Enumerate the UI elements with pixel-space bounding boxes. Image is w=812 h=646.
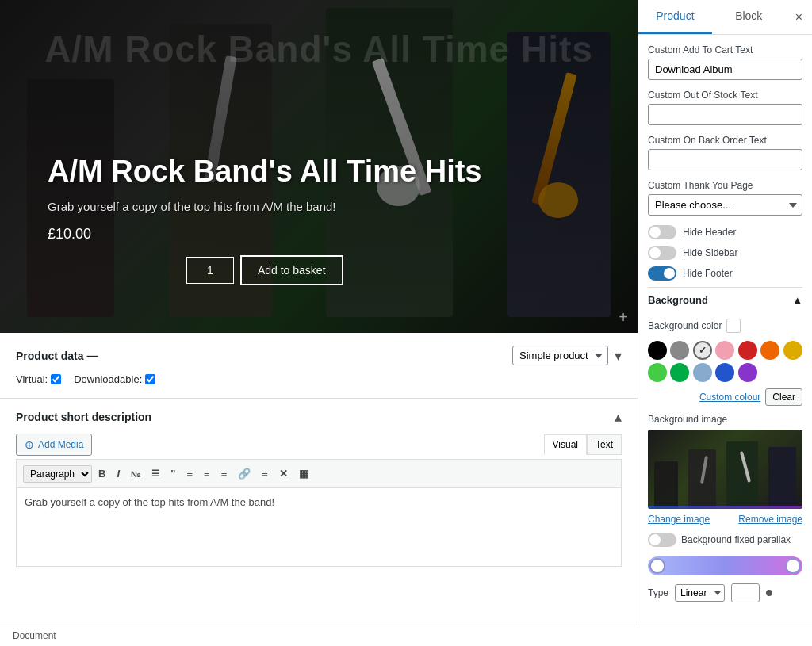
- background-collapse-icon: ▲: [792, 294, 802, 306]
- out-of-stock-label: Custom Out Of Stock Text: [648, 90, 802, 101]
- add-to-cart-field-group: Custom Add To Cart Text: [648, 44, 802, 80]
- color-swatch-red[interactable]: [738, 341, 757, 360]
- downloadable-checkbox[interactable]: [145, 374, 155, 384]
- background-title: Background: [648, 294, 708, 306]
- gradient-handle-right[interactable]: [785, 558, 801, 574]
- product-tab[interactable]: Product: [638, 0, 712, 34]
- thank-you-label: Custom Thank You Page: [648, 180, 802, 191]
- gradient-slider[interactable]: [648, 556, 802, 575]
- link-button[interactable]: 🔗: [233, 464, 255, 483]
- panel-close-button[interactable]: ×: [786, 2, 812, 32]
- product-data-toggle[interactable]: ▾: [615, 347, 622, 365]
- align-left-button[interactable]: ≡: [182, 464, 197, 483]
- short-description-title: Product short description: [16, 411, 151, 423]
- background-image-actions: Change image Remove image: [648, 514, 802, 525]
- italic-button[interactable]: I: [112, 464, 124, 483]
- ordered-list-button[interactable]: №: [126, 466, 145, 482]
- type-select[interactable]: Linear Radial: [675, 584, 725, 602]
- color-swatch-gray[interactable]: [670, 341, 689, 360]
- back-order-input[interactable]: [648, 149, 802, 170]
- virtual-checkbox-label[interactable]: Virtual:: [16, 373, 61, 385]
- hide-footer-row: Hide Footer: [648, 266, 802, 281]
- panel-header: Product Block ×: [638, 0, 812, 35]
- editor-toolbar: Paragraph B I № ☰ " ≡ ≡ ≡ 🔗 ≡ ✕ ▦: [16, 459, 622, 487]
- more-button[interactable]: ≡: [257, 464, 273, 483]
- background-color-swatch-current[interactable]: [726, 319, 741, 333]
- add-to-basket-button[interactable]: Add to basket: [240, 255, 343, 285]
- add-to-cart-input[interactable]: [648, 59, 802, 80]
- clear-colour-button[interactable]: Clear: [765, 388, 802, 406]
- right-panel: Product Block × Custom Add To Cart Text …: [638, 0, 812, 625]
- block-tab[interactable]: Block: [712, 0, 786, 34]
- change-image-button[interactable]: Change image: [648, 514, 710, 525]
- color-swatch-light-green[interactable]: [648, 363, 667, 382]
- background-section-header[interactable]: Background ▲: [648, 287, 802, 312]
- color-swatch-purple[interactable]: [738, 363, 757, 382]
- parallax-row: Background fixed parallax: [648, 533, 802, 547]
- editor-content[interactable]: Grab yourself a copy of the top hits fro…: [16, 487, 622, 567]
- text-tab[interactable]: Text: [587, 434, 622, 455]
- hero-title: A/M Rock Band's All Time Hits: [48, 154, 481, 190]
- hide-sidebar-toggle[interactable]: [648, 246, 676, 260]
- paragraph-format-select[interactable]: Paragraph: [23, 465, 92, 483]
- color-swatch-yellow[interactable]: [783, 341, 802, 360]
- table-button[interactable]: ▦: [294, 464, 313, 483]
- parallax-toggle[interactable]: [648, 533, 676, 547]
- short-desc-toggle[interactable]: ▴: [615, 408, 622, 426]
- hide-header-row: Hide Header: [648, 225, 802, 239]
- hero-add-icon[interactable]: +: [619, 308, 628, 327]
- bold-button[interactable]: B: [94, 464, 110, 483]
- add-media-icon: ⊕: [25, 438, 34, 451]
- color-swatch-blue[interactable]: [715, 363, 734, 382]
- clear-format-button[interactable]: ✕: [274, 464, 293, 483]
- hide-header-toggle[interactable]: [648, 225, 676, 239]
- unordered-list-button[interactable]: ☰: [147, 465, 164, 482]
- add-to-cart-label: Custom Add To Cart Text: [648, 44, 802, 55]
- add-media-button[interactable]: ⊕ Add Media: [16, 434, 92, 456]
- visual-tab[interactable]: Visual: [544, 434, 587, 455]
- media-bar: ⊕ Add Media Visual Text: [16, 434, 622, 456]
- product-type-select[interactable]: Simple product: [512, 346, 608, 365]
- color-swatch-green[interactable]: [670, 363, 689, 382]
- gradient-handle-left[interactable]: [649, 558, 665, 574]
- color-swatch-black[interactable]: [648, 341, 667, 360]
- thank-you-select[interactable]: Please choose...: [648, 194, 802, 216]
- blockquote-button[interactable]: ": [166, 464, 180, 483]
- back-order-label: Custom On Back Order Text: [648, 135, 802, 146]
- hide-header-label: Hide Header: [683, 227, 736, 238]
- virtual-checkbox[interactable]: [51, 374, 61, 384]
- parallax-label: Background fixed parallax: [681, 534, 791, 545]
- color-swatch-white-check[interactable]: ✓: [693, 341, 712, 360]
- color-palette: ✓: [648, 341, 802, 382]
- color-swatch-orange[interactable]: [760, 341, 779, 360]
- background-image-label: Background image: [648, 414, 802, 425]
- quantity-input[interactable]: [186, 257, 234, 284]
- type-label: Type: [648, 587, 668, 598]
- back-order-field-group: Custom On Back Order Text: [648, 135, 802, 170]
- color-swatch-pink[interactable]: [715, 341, 734, 360]
- background-color-label: Background color: [648, 320, 722, 331]
- remove-image-button[interactable]: Remove image: [738, 514, 802, 525]
- type-row: Type Linear Radial: [648, 583, 802, 602]
- bottom-bar: Document: [0, 625, 812, 646]
- document-label: Document: [13, 630, 56, 641]
- hide-footer-toggle[interactable]: [648, 266, 676, 281]
- out-of-stock-input[interactable]: [648, 104, 802, 125]
- hero-subtitle: Grab yourself a copy of the top hits fro…: [48, 200, 481, 213]
- color-swatch-light-blue[interactable]: [693, 363, 712, 382]
- hero-price: £10.00: [48, 226, 481, 243]
- hero-ghost-title: A/M Rock Band's All Time Hits: [44, 29, 593, 70]
- out-of-stock-field-group: Custom Out Of Stock Text: [648, 90, 802, 125]
- custom-colour-button[interactable]: Custom colour: [699, 392, 760, 403]
- hide-footer-label: Hide Footer: [683, 268, 733, 279]
- custom-colour-row: Custom colour Clear: [648, 388, 802, 406]
- type-color-input[interactable]: [731, 583, 760, 602]
- background-color-row: Background color: [648, 319, 802, 333]
- hide-sidebar-row: Hide Sidebar: [648, 246, 802, 260]
- align-right-button[interactable]: ≡: [216, 464, 232, 483]
- product-data-title: Product data —: [16, 350, 98, 362]
- downloadable-checkbox-label[interactable]: Downloadable:: [74, 373, 155, 385]
- panel-body: Custom Add To Cart Text Custom Out Of St…: [638, 35, 812, 612]
- background-image-thumbnail: [648, 430, 802, 509]
- align-center-button[interactable]: ≡: [199, 464, 215, 483]
